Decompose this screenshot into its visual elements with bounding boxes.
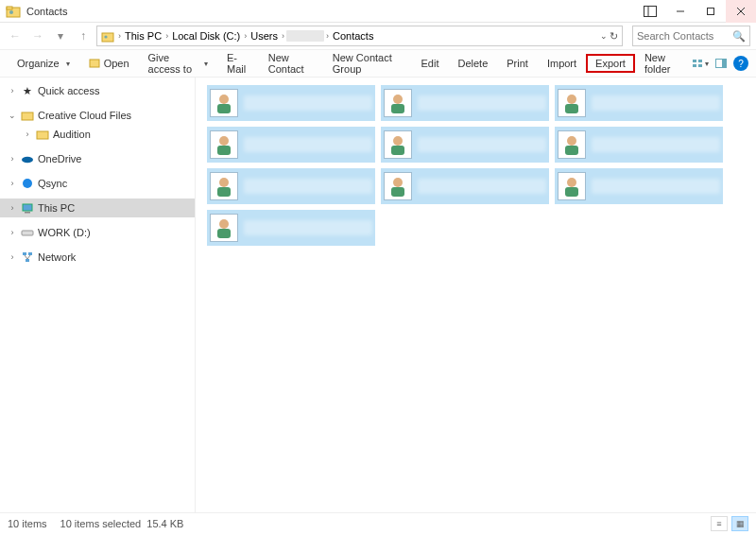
chevron-right-icon[interactable]: › <box>242 31 249 41</box>
open-button[interactable]: Open <box>79 53 139 74</box>
contact-avatar-icon <box>210 172 238 200</box>
new-contact-button[interactable]: New Contact <box>259 48 323 78</box>
new-contact-group-button[interactable]: New Contact Group <box>323 48 412 78</box>
svg-rect-31 <box>217 104 231 113</box>
svg-rect-35 <box>565 104 578 113</box>
svg-point-40 <box>567 136 576 146</box>
nav-work-d[interactable]: ›WORK (D:) <box>0 223 195 242</box>
nav-this-pc[interactable]: ›This PC <box>0 198 195 217</box>
export-button[interactable]: Export <box>586 54 635 73</box>
contact-avatar-icon <box>384 172 412 200</box>
svg-rect-26 <box>28 252 32 255</box>
address-bar: ← → ▾ ↑ › This PC › Local Disk (C:) › Us… <box>0 23 756 49</box>
content-pane[interactable] <box>196 78 756 512</box>
tiles-view-button[interactable]: ▦ <box>731 516 748 531</box>
nav-qsync[interactable]: ›Qsync <box>0 174 195 193</box>
svg-rect-11 <box>90 60 99 67</box>
svg-rect-22 <box>23 204 32 211</box>
title-bar: Contacts <box>0 0 756 23</box>
nav-network[interactable]: ›Network <box>0 248 195 267</box>
contact-tile[interactable] <box>207 85 375 121</box>
contact-avatar-icon <box>558 89 586 117</box>
organize-button[interactable]: Organize <box>8 54 79 73</box>
details-view-button[interactable]: ≡ <box>711 516 728 531</box>
nav-audition[interactable]: ›Audition <box>0 125 195 144</box>
breadcrumb-this-pc[interactable]: This PC <box>123 30 163 42</box>
refresh-button[interactable]: ↻ <box>610 30 618 43</box>
close-button[interactable] <box>726 0 756 23</box>
contact-avatar-icon <box>210 214 238 242</box>
svg-rect-23 <box>25 212 30 214</box>
svg-rect-3 <box>644 6 657 16</box>
svg-point-20 <box>22 157 33 163</box>
help-button[interactable]: ? <box>733 56 748 71</box>
contacts-folder-icon <box>101 29 114 43</box>
minimize-button[interactable] <box>665 0 696 23</box>
delete-button[interactable]: Delete <box>448 54 497 73</box>
edit-button[interactable]: Edit <box>412 54 449 73</box>
contact-name-blurred <box>244 95 372 111</box>
breadcrumb-user-blurred[interactable] <box>286 30 324 42</box>
svg-rect-43 <box>217 187 231 197</box>
contact-avatar-icon <box>384 130 412 159</box>
contact-tile[interactable] <box>555 127 723 163</box>
svg-line-29 <box>27 255 30 259</box>
contact-tile[interactable] <box>555 85 723 121</box>
breadcrumb-bar[interactable]: › This PC › Local Disk (C:) › Users › › … <box>96 26 623 46</box>
contact-tile[interactable] <box>381 168 549 204</box>
network-icon <box>21 250 34 264</box>
chevron-right-icon[interactable]: › <box>324 31 331 41</box>
chevron-right-icon[interactable]: › <box>280 31 286 41</box>
folder-icon <box>21 109 34 122</box>
import-button[interactable]: Import <box>538 54 586 73</box>
give-access-button[interactable]: Give access to <box>139 48 217 78</box>
svg-rect-33 <box>391 104 404 113</box>
recent-locations-button[interactable]: ▾ <box>51 26 70 45</box>
breadcrumb-users[interactable]: Users <box>249 30 280 42</box>
previous-locations-button[interactable]: ⌄ <box>600 31 608 41</box>
chevron-right-icon[interactable]: › <box>116 31 123 41</box>
nav-onedrive[interactable]: ›OneDrive <box>0 149 195 168</box>
contact-name-blurred <box>592 137 720 152</box>
contact-tile[interactable] <box>381 127 549 163</box>
contacts-folder-icon <box>6 4 21 19</box>
up-button[interactable]: ↑ <box>74 26 93 45</box>
contact-tile[interactable] <box>207 127 375 163</box>
svg-rect-27 <box>26 259 29 262</box>
command-bar: Organize Open Give access to E-Mail New … <box>0 49 756 78</box>
forward-button[interactable]: → <box>28 26 47 45</box>
svg-point-21 <box>23 179 32 188</box>
new-folder-button[interactable]: New folder <box>635 48 692 78</box>
contact-tile[interactable] <box>207 168 375 204</box>
search-box[interactable]: 🔍 <box>632 26 750 46</box>
contact-avatar-icon <box>558 130 586 159</box>
nav-quick-access[interactable]: ›★Quick access <box>0 81 195 100</box>
svg-rect-15 <box>698 64 702 67</box>
contact-avatar-icon <box>384 89 412 117</box>
qsync-icon <box>21 177 34 190</box>
drive-icon <box>21 226 34 239</box>
nav-creative-cloud[interactable]: ⌄Creative Cloud Files <box>0 106 195 125</box>
ribbon-toggle-button[interactable] <box>639 0 662 23</box>
breadcrumb-contacts[interactable]: Contacts <box>331 30 375 42</box>
print-button[interactable]: Print <box>497 54 538 73</box>
search-input[interactable] <box>637 30 732 42</box>
contact-tile[interactable] <box>381 85 549 121</box>
svg-rect-17 <box>722 60 726 67</box>
main-split: ›★Quick access ⌄Creative Cloud Files ›Au… <box>0 78 756 512</box>
svg-point-36 <box>219 136 229 146</box>
svg-point-34 <box>567 95 576 104</box>
contact-tile[interactable] <box>207 210 375 246</box>
window-controls <box>665 0 756 23</box>
contact-tile[interactable] <box>555 168 723 204</box>
preview-pane-button[interactable] <box>713 55 730 72</box>
change-view-button[interactable] <box>692 55 709 72</box>
maximize-button[interactable] <box>696 0 726 23</box>
search-icon[interactable]: 🔍 <box>732 30 746 43</box>
contact-name-blurred <box>244 137 372 152</box>
email-button[interactable]: E-Mail <box>217 48 259 78</box>
breadcrumb-local-disk[interactable]: Local Disk (C:) <box>170 30 242 42</box>
chevron-right-icon[interactable]: › <box>163 31 170 41</box>
svg-rect-37 <box>217 146 231 155</box>
back-button[interactable]: ← <box>6 26 25 45</box>
